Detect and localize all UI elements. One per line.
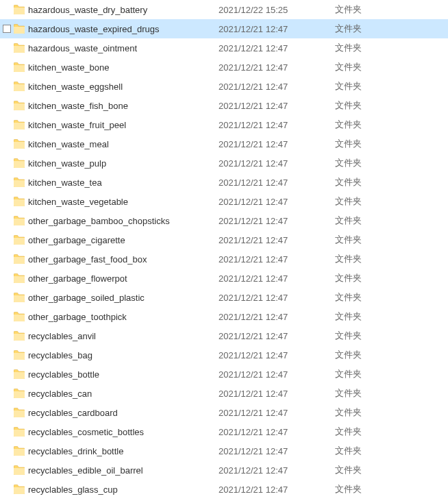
file-date: 2021/12/21 12:47	[219, 177, 335, 188]
icon-cell	[12, 43, 27, 53]
folder-icon	[14, 158, 25, 168]
file-row[interactable]: other_garbage_soiled_plastic2021/12/21 1…	[0, 288, 448, 307]
file-row[interactable]: other_garbage_fast_food_box2021/12/21 12…	[0, 249, 448, 269]
file-row[interactable]: other_garbage_flowerpot2021/12/21 12:47文…	[0, 269, 448, 288]
file-row[interactable]: recyclables_cosmetic_bottles2021/12/21 1…	[0, 422, 448, 441]
file-type: 文件夹	[335, 157, 403, 169]
file-name: recyclables_anvil	[27, 331, 219, 341]
folder-icon	[14, 369, 25, 379]
file-row[interactable]: kitchen_waste_meal2021/12/21 12:47文件夹	[0, 134, 448, 154]
icon-cell	[12, 62, 27, 72]
file-date: 2021/12/21 12:47	[219, 408, 335, 418]
file-row[interactable]: recyclables_drink_bottle2021/12/21 12:47…	[0, 441, 448, 461]
file-name: other_garbage_cigarette	[27, 235, 219, 245]
folder-icon	[14, 484, 25, 494]
folder-icon	[14, 350, 25, 360]
file-type: 文件夹	[335, 330, 403, 342]
folder-icon	[14, 465, 25, 475]
file-date: 2021/12/21 12:47	[219, 82, 335, 92]
icon-cell	[12, 369, 27, 379]
file-row[interactable]: other_garbage_toothpick2021/12/21 12:47文…	[0, 307, 448, 326]
file-name: recyclables_glass_cup	[27, 484, 219, 495]
file-type: 文件夹	[335, 272, 403, 284]
file-row[interactable]: recyclables_glass_cup2021/12/21 12:47文件夹	[0, 480, 448, 499]
row-checkbox[interactable]	[3, 25, 11, 33]
file-row[interactable]: hazardous_waste_ointment2021/12/21 12:47…	[0, 38, 448, 58]
file-row[interactable]: hazardous_waste_expired_drugs2021/12/21 …	[0, 19, 448, 38]
folder-icon	[14, 139, 25, 149]
icon-cell	[12, 235, 27, 245]
file-date: 2021/12/21 12:47	[219, 465, 335, 476]
file-date: 2021/12/21 12:47	[219, 101, 335, 111]
file-type: 文件夹	[335, 195, 403, 208]
file-date: 2021/12/22 15:25	[219, 5, 335, 15]
file-row[interactable]: kitchen_waste_eggshell2021/12/21 12:47文件…	[0, 77, 448, 96]
file-row[interactable]: kitchen_waste_tea2021/12/21 12:47文件夹	[0, 173, 448, 192]
icon-cell	[12, 293, 27, 302]
folder-icon	[14, 389, 25, 398]
file-row[interactable]: kitchen_waste_fruit_peel2021/12/21 12:47…	[0, 115, 448, 134]
file-name: kitchen_waste_bone	[27, 62, 219, 73]
file-date: 2021/12/21 12:47	[219, 350, 335, 360]
icon-cell	[12, 446, 27, 456]
file-date: 2021/12/21 12:47	[219, 120, 335, 130]
icon-cell	[12, 158, 27, 168]
file-name: recyclables_bottle	[27, 369, 219, 380]
file-row[interactable]: other_garbage_cigarette2021/12/21 12:47文…	[0, 230, 448, 249]
file-type: 文件夹	[335, 464, 403, 476]
file-name: recyclables_cosmetic_bottles	[27, 427, 219, 437]
file-name: kitchen_waste_eggshell	[27, 82, 219, 92]
file-row[interactable]: kitchen_waste_bone2021/12/21 12:47文件夹	[0, 58, 448, 77]
icon-cell	[12, 24, 27, 34]
file-row[interactable]: kitchen_waste_fish_bone2021/12/21 12:47文…	[0, 96, 448, 115]
folder-icon	[14, 197, 25, 206]
folder-icon	[14, 312, 25, 321]
file-name: other_garbage_fast_food_box	[27, 254, 219, 265]
file-type: 文件夹	[335, 234, 403, 246]
file-type: 文件夹	[335, 176, 403, 188]
file-row[interactable]: recyclables_bag2021/12/21 12:47文件夹	[0, 345, 448, 365]
file-row[interactable]: kitchen_waste_pulp2021/12/21 12:47文件夹	[0, 154, 448, 173]
folder-icon	[14, 235, 25, 245]
icon-cell	[12, 216, 27, 225]
file-date: 2021/12/21 12:47	[219, 158, 335, 169]
file-date: 2021/12/21 12:47	[219, 62, 335, 73]
icon-cell	[12, 254, 27, 264]
file-date: 2021/12/21 12:47	[219, 139, 335, 149]
file-name: kitchen_waste_fish_bone	[27, 101, 219, 111]
icon-cell	[12, 350, 27, 360]
file-date: 2021/12/21 12:47	[219, 369, 335, 380]
file-row[interactable]: recyclables_anvil2021/12/21 12:47文件夹	[0, 326, 448, 345]
file-row[interactable]: recyclables_cardboard2021/12/21 12:47文件夹	[0, 403, 448, 422]
icon-cell	[12, 331, 27, 341]
folder-icon	[14, 101, 25, 110]
folder-icon	[14, 43, 25, 53]
file-row[interactable]: recyclables_metal_food_cans2021/12/21 12…	[0, 499, 448, 503]
file-name: recyclables_drink_bottle	[27, 446, 219, 456]
file-name: other_garbage_soiled_plastic	[27, 293, 219, 303]
file-row[interactable]: recyclables_bottle2021/12/21 12:47文件夹	[0, 365, 448, 384]
file-name: recyclables_edible_oil_barrel	[27, 465, 219, 476]
file-date: 2021/12/21 12:47	[219, 235, 335, 245]
file-row[interactable]: recyclables_can2021/12/21 12:47文件夹	[0, 384, 448, 403]
folder-icon	[14, 427, 25, 437]
file-name: kitchen_waste_fruit_peel	[27, 120, 219, 130]
file-row[interactable]: recyclables_edible_oil_barrel2021/12/21 …	[0, 461, 448, 480]
file-name: recyclables_cardboard	[27, 408, 219, 418]
icon-cell	[12, 82, 27, 91]
file-type: 文件夹	[335, 80, 403, 93]
file-date: 2021/12/21 12:47	[219, 293, 335, 303]
folder-icon	[14, 446, 25, 456]
file-name: other_garbage_bamboo_chopsticks	[27, 216, 219, 226]
file-row[interactable]: other_garbage_bamboo_chopsticks2021/12/2…	[0, 211, 448, 230]
file-name: kitchen_waste_vegetable	[27, 197, 219, 207]
file-date: 2021/12/21 12:47	[219, 43, 335, 53]
file-name: other_garbage_flowerpot	[27, 273, 219, 284]
folder-icon	[14, 120, 25, 130]
file-name: hazardous_waste_expired_drugs	[27, 24, 219, 34]
file-row[interactable]: hazardous_waste_dry_battery2021/12/22 15…	[0, 0, 448, 19]
file-row[interactable]: kitchen_waste_vegetable2021/12/21 12:47文…	[0, 192, 448, 211]
file-date: 2021/12/21 12:47	[219, 216, 335, 226]
file-name: kitchen_waste_meal	[27, 139, 219, 149]
folder-icon	[14, 177, 25, 187]
